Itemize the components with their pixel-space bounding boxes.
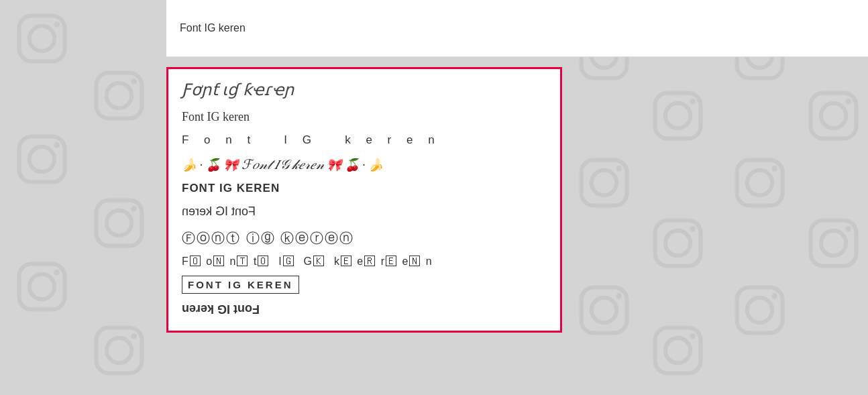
font-row-circled: Ⓕⓞⓝⓣ ⓘⓖ ⓚⓔⓡⓔⓝ xyxy=(182,229,547,247)
page-title: Font IG keren xyxy=(180,22,246,34)
right-area xyxy=(562,0,868,395)
font-row-boxed: FONT IG KEREN xyxy=(182,276,547,294)
font-preview-box: Ƒơɲƭ ɩɠ ƙҽɾҽɲ Font IG keren F o n t I G … xyxy=(166,67,562,333)
top-bar: Font IG keren xyxy=(166,0,868,57)
font-row-cursive-script: Ƒơɲƭ ɩɠ ƙҽɾҽɲ xyxy=(182,79,547,102)
font-row-squared: F🄾 o🄽 n🅃 t🄾 I🄶 G🄺 k🄴 e🅁 r🄴 e🄽 n xyxy=(182,254,547,269)
font-row-serif: Font IG keren xyxy=(182,109,547,125)
font-row-emoji-cursive: 🍌 · 🍒 🎀 ℱ𝑜𝓃𝓉 𝐼𝒢 𝓀𝑒𝓇𝑒𝓃 🎀 🍒 · 🍌 xyxy=(182,155,547,174)
font-row-wide-spaced: F o n t I G k e r e n xyxy=(182,132,547,148)
font-row-bold-caps: FONT IG KEREN xyxy=(182,180,547,196)
font-row-upside-down: Font IG keren xyxy=(182,300,547,321)
font-row-mirrored: Font IG keren xyxy=(182,203,547,222)
left-sidebar xyxy=(0,0,166,395)
